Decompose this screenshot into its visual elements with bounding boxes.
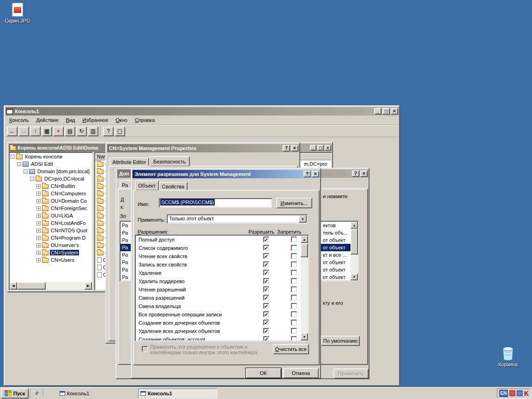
tree-collapse-icon[interactable]: -: [30, 177, 34, 181]
menu-item[interactable]: Окно: [112, 116, 131, 124]
language-indicator[interactable]: EN: [499, 390, 508, 397]
allow-checkbox[interactable]: ✓: [263, 320, 269, 326]
dropdown-icon[interactable]: ▼: [299, 215, 307, 223]
menu-item[interactable]: Справка: [131, 116, 158, 124]
clear-all-button[interactable]: Очистить все: [273, 344, 309, 354]
ok-button[interactable]: OK: [246, 368, 281, 378]
deny-checkbox[interactable]: [291, 286, 297, 292]
tree-item[interactable]: -DC=pro,DC=local: [10, 175, 92, 182]
scroll-down-icon[interactable]: ▼: [351, 273, 358, 280]
allow-checkbox[interactable]: ✓: [263, 245, 269, 251]
tree-item[interactable]: -Domain [dom.pro.local]: [10, 168, 92, 175]
permission-row[interactable]: Удалить поддерево✓: [136, 277, 301, 285]
vertical-scrollbar[interactable]: ▲ ▼: [301, 236, 308, 340]
close-icon[interactable]: ×: [360, 170, 368, 177]
scroll-up-icon[interactable]: ▲: [301, 236, 308, 243]
allow-checkbox[interactable]: ✓: [263, 336, 269, 340]
permission-row[interactable]: Список содержимого✓: [136, 244, 301, 252]
allow-checkbox[interactable]: ✓: [263, 236, 269, 242]
deny-checkbox[interactable]: [291, 278, 297, 284]
allow-checkbox[interactable]: ✓: [263, 295, 269, 301]
toolbar-new-window-icon[interactable]: ▢: [115, 127, 125, 136]
permission-row[interactable]: Создание всех дочерних объектов✓: [136, 319, 301, 327]
menu-item[interactable]: Консоль: [6, 116, 32, 124]
permission-row[interactable]: Удаление всех дочерних объектов✓: [136, 327, 301, 335]
maximize-icon[interactable]: □: [317, 145, 324, 151]
name-field[interactable]: SCCM$ (PRO\SCCM$): [159, 198, 272, 208]
toolbar-export-list-icon[interactable]: ▥: [88, 127, 98, 136]
dialog-title-bar[interactable]: CN=System Management Properties ? ×: [107, 144, 299, 152]
tree-expand-icon[interactable]: +: [36, 192, 41, 196]
tree-item[interactable]: +CN=System: [10, 249, 92, 256]
main-title-bar[interactable]: Консоль1 _ □ ×: [6, 107, 399, 115]
scroll-right-icon[interactable]: ▶: [85, 282, 92, 290]
tree-item[interactable]: +OU=server's: [10, 242, 92, 249]
help-icon[interactable]: ?: [303, 171, 311, 177]
allow-checkbox[interactable]: ✓: [263, 311, 269, 317]
permission-row[interactable]: Чтение всех свойств✓: [136, 252, 301, 260]
menu-item[interactable]: Действие: [32, 116, 62, 124]
tree-expand-icon[interactable]: +: [36, 184, 41, 188]
tree-item[interactable]: -Корень консоли: [10, 153, 92, 160]
menu-item[interactable]: Избранное: [79, 116, 112, 124]
deny-checkbox[interactable]: [291, 320, 297, 326]
help-icon[interactable]: ?: [352, 170, 359, 177]
scope-checkbox[interactable]: [142, 346, 148, 352]
toolbar-properties-icon[interactable]: ▤: [65, 127, 75, 136]
horizontal-scrollbar[interactable]: ◀ ▶: [10, 282, 92, 290]
change-button[interactable]: Изменить...: [276, 198, 312, 208]
tab-properties[interactable]: Свойства: [159, 182, 187, 190]
tab-security[interactable]: Безопасность: [149, 156, 190, 166]
menu-item[interactable]: Вид: [62, 116, 79, 124]
permission-row[interactable]: Смена владельца✓: [136, 302, 301, 310]
tree-item[interactable]: +CN=Program D: [10, 234, 92, 242]
vertical-scrollbar[interactable]: ▲ ▼: [351, 222, 358, 280]
deny-checkbox[interactable]: [291, 261, 297, 267]
permission-row[interactable]: Удаление✓: [136, 269, 301, 277]
tree-item[interactable]: +CN=LostAndFo: [10, 219, 92, 227]
permission-row[interactable]: Запись всех свойств✓: [136, 260, 301, 269]
tray-red-icon[interactable]: [509, 390, 515, 396]
scrollbar-thumb[interactable]: [17, 282, 46, 290]
ie-quick-launch-icon[interactable]: e: [32, 389, 42, 398]
close-icon[interactable]: ×: [291, 145, 298, 151]
apply-button[interactable]: Применить: [333, 369, 369, 379]
tree-expand-icon[interactable]: +: [36, 251, 41, 255]
dialog-title-bar[interactable]: Элемент разрешения для System Management…: [133, 170, 320, 178]
permission-row[interactable]: Смена разрешений✓: [136, 294, 301, 302]
tree-collapse-icon[interactable]: -: [17, 162, 21, 166]
scroll-down-icon[interactable]: ▼: [301, 333, 308, 340]
scroll-up-icon[interactable]: ▲: [351, 222, 358, 229]
deny-checkbox[interactable]: [291, 270, 297, 276]
taskbar-task-button[interactable]: Консоль1: [138, 388, 218, 399]
recycle-bin[interactable]: Корзина: [493, 345, 523, 367]
apply-to-combobox[interactable]: Только этот объект ▼: [167, 214, 308, 224]
tab-attribute-editor[interactable]: Attribute Editor: [109, 157, 149, 166]
tray-antivirus-icon[interactable]: K: [524, 390, 529, 397]
toolbar-back-icon[interactable]: ←: [7, 127, 18, 136]
tree-item[interactable]: +CN=ForeignSec: [10, 205, 92, 212]
tree-item[interactable]: +CN=Builtin: [10, 182, 92, 190]
toolbar-help-icon[interactable]: ?: [103, 127, 114, 136]
deny-checkbox[interactable]: [291, 253, 297, 259]
deny-checkbox[interactable]: [291, 336, 297, 340]
allow-checkbox[interactable]: ✓: [263, 286, 269, 292]
tree-expand-icon[interactable]: +: [36, 221, 41, 225]
deny-checkbox[interactable]: [291, 245, 297, 251]
tree-expand-icon[interactable]: +: [36, 199, 41, 203]
tree-expand-icon[interactable]: +: [36, 243, 41, 248]
tree-expand-icon[interactable]: +: [36, 229, 41, 233]
desktop-file-icon[interactable]: Скрин.JPG: [3, 3, 32, 24]
allow-checkbox[interactable]: ✓: [263, 261, 269, 267]
allow-checkbox[interactable]: ✓: [263, 328, 269, 334]
close-icon[interactable]: ×: [312, 171, 319, 177]
tree-expand-icon[interactable]: +: [36, 206, 41, 211]
start-button[interactable]: Пуск: [1, 388, 29, 399]
deny-checkbox[interactable]: [291, 311, 297, 317]
permission-row[interactable]: Чтение разрешений✓: [136, 285, 301, 294]
maximize-icon[interactable]: □: [382, 108, 390, 115]
tree-expand-icon[interactable]: +: [36, 236, 41, 240]
tree-item[interactable]: +CN=Computers: [10, 190, 92, 197]
cancel-button[interactable]: Отмена: [283, 368, 319, 378]
permission-row[interactable]: Полный доступ✓: [136, 236, 301, 244]
